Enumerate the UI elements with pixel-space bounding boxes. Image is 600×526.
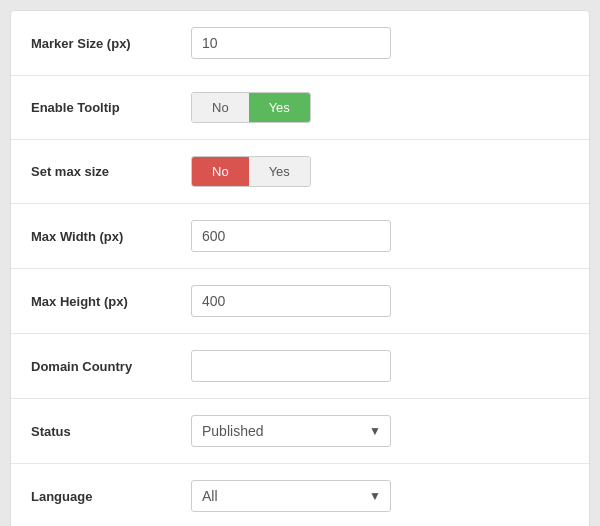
max-height-input[interactable]	[191, 285, 391, 317]
status-label: Status	[31, 424, 191, 439]
language-select[interactable]: All English French German	[191, 480, 391, 512]
language-select-wrapper: All English French German ▼	[191, 480, 391, 512]
enable-tooltip-control: No Yes	[191, 92, 569, 123]
max-width-control	[191, 220, 569, 252]
max-width-label: Max Width (px)	[31, 229, 191, 244]
language-label: Language	[31, 489, 191, 504]
max-height-row: Max Height (px)	[11, 269, 589, 334]
max-width-row: Max Width (px)	[11, 204, 589, 269]
domain-country-label: Domain Country	[31, 359, 191, 374]
status-control: Published Draft Unpublished ▼	[191, 415, 569, 447]
settings-form: Marker Size (px) Enable Tooltip No Yes S…	[10, 10, 590, 526]
set-max-size-control: No Yes	[191, 156, 569, 187]
max-height-label: Max Height (px)	[31, 294, 191, 309]
domain-country-input[interactable]	[191, 350, 391, 382]
status-select[interactable]: Published Draft Unpublished	[191, 415, 391, 447]
status-select-wrapper: Published Draft Unpublished ▼	[191, 415, 391, 447]
enable-tooltip-toggle-group: No Yes	[191, 92, 311, 123]
marker-size-label: Marker Size (px)	[31, 36, 191, 51]
set-max-size-toggle-group: No Yes	[191, 156, 311, 187]
language-control: All English French German ▼	[191, 480, 569, 512]
enable-tooltip-no-button[interactable]: No	[192, 93, 249, 122]
set-max-size-yes-button[interactable]: Yes	[249, 157, 310, 186]
enable-tooltip-row: Enable Tooltip No Yes	[11, 76, 589, 140]
domain-country-row: Domain Country	[11, 334, 589, 399]
marker-size-control	[191, 27, 569, 59]
set-max-size-label: Set max size	[31, 164, 191, 179]
status-row: Status Published Draft Unpublished ▼	[11, 399, 589, 464]
domain-country-control	[191, 350, 569, 382]
set-max-size-row: Set max size No Yes	[11, 140, 589, 204]
max-height-control	[191, 285, 569, 317]
enable-tooltip-label: Enable Tooltip	[31, 100, 191, 115]
enable-tooltip-yes-button[interactable]: Yes	[249, 93, 310, 122]
set-max-size-no-button[interactable]: No	[192, 157, 249, 186]
marker-size-row: Marker Size (px)	[11, 11, 589, 76]
marker-size-input[interactable]	[191, 27, 391, 59]
max-width-input[interactable]	[191, 220, 391, 252]
language-row: Language All English French German ▼	[11, 464, 589, 526]
